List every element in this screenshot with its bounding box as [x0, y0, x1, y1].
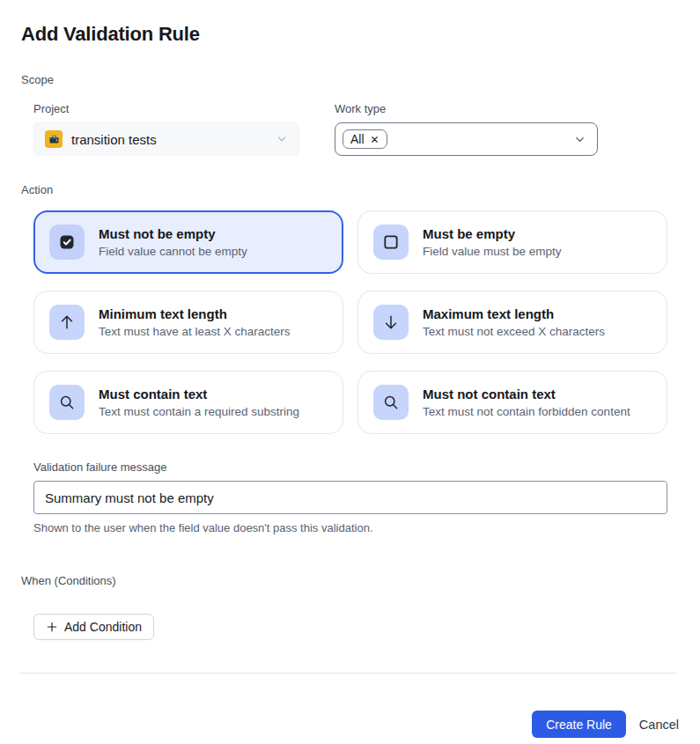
work-type-label: Work type	[335, 102, 598, 115]
action-section-label: Action	[21, 183, 679, 196]
cancel-button[interactable]: Cancel	[639, 718, 679, 732]
chevron-down-icon	[276, 133, 288, 145]
search-icon	[49, 385, 85, 420]
action-card-must-contain-text[interactable]: Must contain text Text must contain a re…	[33, 371, 343, 434]
arrow-up-icon	[49, 305, 85, 340]
project-field: Project transition tests	[33, 102, 299, 156]
plus-icon	[46, 621, 58, 633]
create-rule-button[interactable]: Create Rule	[532, 711, 626, 738]
work-type-select[interactable]: All	[335, 122, 598, 156]
failure-message-help-text: Shown to the user when the field value d…	[33, 521, 679, 534]
work-type-tag-label: All	[350, 132, 365, 146]
checkbox-empty-icon	[373, 225, 409, 260]
project-selected-value: transition tests	[71, 132, 157, 147]
action-card-must-not-be-empty[interactable]: Must not be empty Field value cannot be …	[33, 210, 343, 274]
action-options-grid: Must not be empty Field value cannot be …	[33, 210, 667, 434]
add-validation-rule-dialog: Add Validation Rule Scope Project transi…	[0, 0, 700, 744]
add-condition-label: Add Condition	[64, 620, 142, 634]
page-title: Add Validation Rule	[21, 0, 679, 46]
card-text: Must be empty Field value must be empty	[423, 225, 562, 259]
action-card-maximum-text-length[interactable]: Maximum text length Text must not exceed…	[357, 291, 667, 354]
conditions-section-label: When (Conditions)	[21, 574, 679, 587]
card-description: Text must have at least X characters	[99, 325, 291, 339]
chevron-down-icon	[573, 133, 586, 146]
work-type-field: Work type All	[335, 102, 598, 156]
card-title: Must contain text	[99, 386, 299, 402]
action-card-must-not-contain-text[interactable]: Must not contain text Text must not cont…	[357, 371, 667, 434]
failure-message-label: Validation failure message	[33, 460, 679, 474]
briefcase-project-avatar-icon	[45, 130, 63, 148]
card-text: Must contain text Text must contain a re…	[99, 386, 299, 419]
failure-message-input[interactable]	[33, 481, 667, 514]
checkbox-checked-icon	[49, 225, 85, 260]
card-title: Must not be empty	[99, 225, 247, 242]
card-title: Maximum text length	[423, 306, 605, 322]
footer-divider	[19, 673, 677, 674]
scope-section-label: Scope	[21, 73, 679, 86]
action-card-minimum-text-length[interactable]: Minimum text length Text must have at le…	[33, 291, 343, 354]
arrow-down-icon	[373, 305, 409, 340]
card-title: Minimum text length	[99, 306, 291, 322]
card-text: Maximum text length Text must not exceed…	[423, 306, 605, 339]
card-title: Must not contain text	[423, 386, 630, 402]
card-text: Minimum text length Text must have at le…	[99, 306, 291, 339]
card-title: Must be empty	[423, 225, 562, 242]
card-text: Must not be empty Field value cannot be …	[99, 225, 247, 259]
card-text: Must not contain text Text must not cont…	[423, 386, 630, 419]
card-description: Text must not contain forbidden content	[423, 405, 630, 419]
project-select[interactable]: transition tests	[33, 122, 299, 156]
card-description: Field value must be empty	[423, 245, 562, 259]
footer-actions: Create Rule Cancel	[21, 711, 679, 738]
add-condition-button[interactable]: Add Condition	[33, 614, 154, 640]
action-card-must-be-empty[interactable]: Must be empty Field value must be empty	[357, 210, 667, 274]
card-description: Text must not exceed X characters	[423, 325, 605, 339]
work-type-tag-all[interactable]: All	[343, 129, 387, 149]
card-description: Field value cannot be empty	[99, 245, 247, 259]
scope-fields-row: Project transition tests Work type	[33, 102, 679, 156]
project-label: Project	[33, 102, 299, 115]
card-description: Text must contain a required substring	[99, 405, 299, 419]
remove-tag-x-icon[interactable]	[370, 135, 379, 144]
search-icon	[373, 385, 409, 420]
